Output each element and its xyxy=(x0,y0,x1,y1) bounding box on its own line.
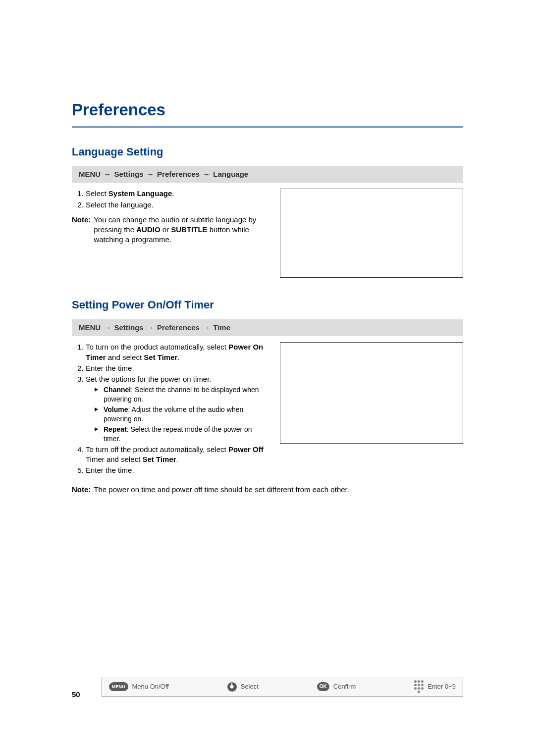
ok-button-icon: OK xyxy=(317,682,329,691)
text: . xyxy=(176,455,178,463)
strong-term: Set Timer xyxy=(143,455,176,463)
note-text: The power on time and power off time sho… xyxy=(94,485,349,495)
legend-confirm: OK Confirm xyxy=(317,682,356,691)
strong-term: Power Off xyxy=(228,445,264,454)
chevron-right-icon: → xyxy=(202,323,211,332)
text: To turn off the product automatically, s… xyxy=(86,445,228,454)
page-number: 50 xyxy=(72,690,80,700)
breadcrumb-language: MENU → Settings → Preferences → Language xyxy=(72,166,463,183)
step: To turn on the product automatically, se… xyxy=(86,342,265,362)
strong-term: AUDIO xyxy=(136,225,160,234)
note-text: You can change the audio or subtitle lan… xyxy=(94,215,265,245)
section-language-body: Select System Language. Select the langu… xyxy=(72,189,463,278)
step: Select System Language. xyxy=(86,189,265,199)
crumb: Preferences xyxy=(157,323,200,332)
crumb: Settings xyxy=(114,170,144,178)
screenshot-time xyxy=(280,342,463,444)
strong-term: Set Timer xyxy=(144,353,177,361)
step: Enter the time. xyxy=(86,363,265,373)
legend-select: Select xyxy=(227,682,259,692)
keypad-icon xyxy=(414,680,424,693)
step: Select the language. xyxy=(86,200,265,210)
strong-term: SUBTITLE xyxy=(171,225,207,234)
section-timer-title: Setting Power On/Off Timer xyxy=(72,298,463,312)
chevron-right-icon: → xyxy=(103,170,112,178)
text: . xyxy=(177,353,179,361)
crumb: Settings xyxy=(114,323,144,332)
note-label: Note: xyxy=(72,485,91,495)
text: Select xyxy=(86,189,108,198)
text: To turn on the product automatically, se… xyxy=(86,343,228,351)
step: Enter the time. xyxy=(86,465,265,475)
text: . xyxy=(172,189,174,198)
text: Set the options for the power on timer. xyxy=(86,375,211,383)
strong-term: Channel xyxy=(104,386,131,394)
list-item: Volume: Adjust the volume of the audio w… xyxy=(95,405,265,424)
crumb: Language xyxy=(213,170,248,178)
breadcrumb-time: MENU → Settings → Preferences → Time xyxy=(72,319,463,336)
chevron-right-icon: → xyxy=(103,323,112,332)
text: or xyxy=(160,225,171,234)
remote-controls-legend: MENU Menu On/Off Select OK Confirm Enter… xyxy=(102,677,463,697)
text: and select xyxy=(106,353,144,361)
crumb: Time xyxy=(213,323,230,332)
list-item: Repeat: Select the repeat mode of the po… xyxy=(95,425,265,444)
strong-term: Repeat xyxy=(104,425,127,433)
strong-term: Volume xyxy=(104,405,128,413)
menu-button-icon: MENU xyxy=(109,682,128,691)
legend-numeric: Enter 0~9 xyxy=(414,680,456,693)
step: To turn off the product automatically, s… xyxy=(86,445,265,465)
chevron-right-icon: → xyxy=(146,170,155,178)
note-timer: Note: The power on time and power off ti… xyxy=(72,485,463,495)
list-item: Channel: Select the channel to be displa… xyxy=(95,385,265,404)
text: Timer and select xyxy=(86,455,143,463)
manual-page: Preferences Language Setting MENU → Sett… xyxy=(0,0,535,495)
page-footer: 50 MENU Menu On/Off Select OK Confirm En… xyxy=(72,677,463,697)
step: Set the options for the power on timer. … xyxy=(86,374,265,444)
note-label: Note: xyxy=(72,215,91,245)
chevron-right-icon: → xyxy=(202,170,211,178)
section-timer-body: To turn on the product automatically, se… xyxy=(72,342,463,480)
crumb: MENU xyxy=(79,323,101,332)
legend-label: Menu On/Off xyxy=(132,682,169,691)
note-language: Note: You can change the audio or subtit… xyxy=(72,215,265,245)
crumb: MENU xyxy=(79,170,101,178)
dpad-icon xyxy=(227,682,237,692)
strong-term: System Language xyxy=(108,189,172,198)
page-title: Preferences xyxy=(72,99,463,128)
crumb: Preferences xyxy=(157,170,200,178)
timer-steps: To turn on the product automatically, se… xyxy=(72,342,265,475)
legend-menu: MENU Menu On/Off xyxy=(109,682,169,691)
section-language-title: Language Setting xyxy=(72,145,463,159)
screenshot-language xyxy=(280,189,463,278)
legend-label: Select xyxy=(241,682,259,691)
legend-label: Enter 0~9 xyxy=(428,682,456,691)
legend-label: Confirm xyxy=(333,682,356,691)
timer-options: Channel: Select the channel to be displa… xyxy=(86,385,265,443)
language-steps: Select System Language. Select the langu… xyxy=(72,189,265,210)
chevron-right-icon: → xyxy=(146,323,155,332)
